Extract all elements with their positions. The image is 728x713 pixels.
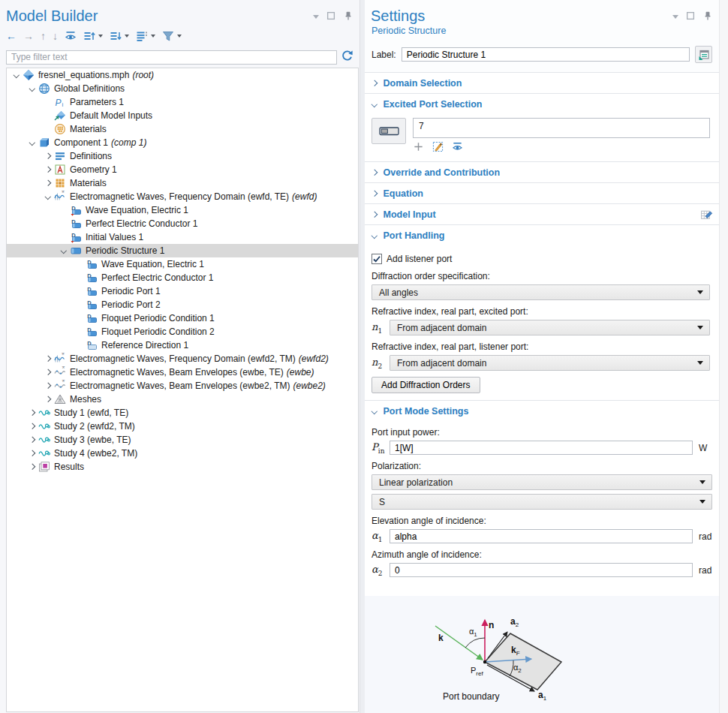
collapse-chevron-icon[interactable] bbox=[26, 424, 38, 429]
excited-port-list[interactable]: 7 bbox=[413, 118, 710, 138]
tree-item[interactable]: PiParameters 1 bbox=[7, 95, 358, 109]
tree-item[interactable]: DPeriodic Port 1 bbox=[7, 284, 358, 298]
show-icon[interactable] bbox=[65, 30, 77, 42]
tree-item[interactable]: *Electromagnetic Waves, Beam Envelopes (… bbox=[7, 366, 358, 379]
collapse-chevron-icon[interactable] bbox=[41, 397, 54, 402]
move-up-icon[interactable]: ↑ bbox=[41, 31, 46, 41]
diffraction-order-select[interactable]: All angles bbox=[372, 284, 710, 300]
tree-item[interactable]: Meshes bbox=[7, 393, 358, 406]
tree-item[interactable]: Materials bbox=[7, 122, 358, 136]
refresh-icon[interactable] bbox=[341, 50, 353, 65]
physics-ewbe-icon: * bbox=[54, 380, 66, 392]
filter-input[interactable] bbox=[6, 50, 337, 65]
sort-descending-icon[interactable] bbox=[110, 30, 129, 42]
collapse-chevron-icon[interactable] bbox=[41, 154, 54, 158]
section-header-port-mode-settings[interactable]: Port Mode Settings bbox=[365, 401, 719, 421]
chevron-down-icon bbox=[699, 480, 705, 484]
collapse-chevron-icon[interactable] bbox=[41, 181, 54, 185]
polarization-component-select[interactable]: S bbox=[372, 494, 712, 510]
expand-chevron-icon[interactable] bbox=[41, 194, 54, 199]
collapse-chevron-icon[interactable] bbox=[26, 438, 38, 442]
tree-item[interactable]: Study 3 (ewbe, TE) bbox=[7, 433, 358, 447]
expand-chevron-icon[interactable] bbox=[26, 86, 38, 91]
tree-item[interactable]: fresnel_equations.mph(root) bbox=[7, 68, 358, 82]
float-panel-icon[interactable] bbox=[326, 11, 336, 23]
tree-item[interactable]: Results bbox=[7, 460, 358, 474]
collapse-chevron-icon[interactable] bbox=[26, 451, 38, 456]
section-header-excited-port-selection[interactable]: Excited Port Selection bbox=[365, 94, 719, 114]
pref-label: Pref bbox=[471, 666, 483, 677]
section-header-equation[interactable]: Equation bbox=[365, 183, 719, 203]
expand-chevron-icon[interactable] bbox=[10, 73, 23, 77]
model-inputs-icon bbox=[54, 110, 66, 122]
section-header-override-contribution[interactable]: Override and Contribution bbox=[365, 162, 719, 182]
collapse-chevron-icon[interactable] bbox=[41, 384, 54, 388]
tree-item[interactable]: DInitial Values 1 bbox=[7, 230, 358, 244]
expand-chevron-icon[interactable] bbox=[26, 140, 38, 145]
tree-item[interactable]: DPeriodic Port 2 bbox=[7, 298, 358, 311]
tree-item[interactable]: Global Definitions bbox=[7, 82, 358, 95]
collapse-chevron-icon[interactable] bbox=[26, 465, 38, 469]
tree-item[interactable]: Default Model Inputs bbox=[7, 109, 358, 122]
tree-item-label: Floquet Periodic Condition 1 bbox=[101, 313, 215, 323]
active-selection-toggle-button[interactable] bbox=[372, 118, 406, 144]
tree-item[interactable]: Study 1 (ewfd, TE) bbox=[7, 406, 358, 420]
tree-item-label: Perfect Electric Conductor 1 bbox=[101, 272, 213, 283]
tree-item[interactable]: *Electromagnetic Waves, Beam Envelopes (… bbox=[7, 379, 358, 393]
tree-item[interactable]: Materials bbox=[7, 176, 358, 190]
float-panel-icon[interactable] bbox=[685, 11, 696, 23]
tree-item[interactable]: *Electromagnetic Waves, Frequency Domain… bbox=[7, 352, 358, 366]
tree-item[interactable]: DReference Direction 1 bbox=[7, 338, 358, 352]
tree-item[interactable]: Component 1(comp 1) bbox=[7, 136, 358, 149]
tree-item[interactable]: Study 4 (ewbe2, TM) bbox=[7, 447, 358, 460]
n2-label: Refractive index, real part, listener po… bbox=[372, 341, 710, 352]
section-header-domain-selection[interactable]: Domain Selection bbox=[365, 73, 719, 93]
collapse-all-icon[interactable] bbox=[136, 30, 155, 42]
tree-item[interactable]: DFloquet Periodic Condition 2 bbox=[7, 325, 358, 338]
move-down-icon[interactable]: ↓ bbox=[53, 31, 58, 41]
settings-scrollbar[interactable] bbox=[719, 0, 728, 713]
polarization-select[interactable]: Linear polarization bbox=[372, 474, 712, 490]
collapse-chevron-icon[interactable] bbox=[26, 411, 38, 415]
azimuth-angle-input[interactable] bbox=[390, 563, 693, 577]
pin-panel-icon[interactable] bbox=[702, 11, 713, 23]
tree-item[interactable]: Study 2 (ewfd2, TM) bbox=[7, 420, 358, 433]
add-listener-port-checkbox[interactable] bbox=[372, 254, 382, 264]
section-title: Model Input bbox=[384, 209, 436, 220]
sort-ascending-icon[interactable] bbox=[83, 30, 103, 42]
back-icon[interactable]: ← bbox=[6, 31, 17, 41]
show-selection-icon[interactable] bbox=[452, 141, 463, 155]
tree-item[interactable]: Geometry 1 bbox=[7, 163, 358, 176]
add-diffraction-orders-button[interactable]: Add Diffraction Orders bbox=[372, 377, 480, 393]
elevation-angle-input[interactable] bbox=[390, 529, 693, 543]
tree-item[interactable]: Periodic Structure 1 bbox=[7, 244, 358, 257]
show-label-button[interactable] bbox=[695, 46, 712, 63]
pin-panel-icon[interactable] bbox=[343, 11, 353, 23]
expand-chevron-icon[interactable] bbox=[57, 248, 70, 253]
collapse-chevron-icon[interactable] bbox=[41, 356, 54, 361]
tree-item[interactable]: DWave Equation, Electric 1 bbox=[7, 257, 358, 271]
tree-item-label: Periodic Port 2 bbox=[101, 299, 161, 310]
collapse-chevron-icon[interactable] bbox=[41, 370, 54, 375]
tree-item[interactable]: Definitions bbox=[7, 149, 358, 163]
section-header-model-input[interactable]: Model Input bbox=[365, 204, 719, 224]
add-icon[interactable] bbox=[413, 141, 424, 155]
n1-select[interactable]: From adjacent domain bbox=[390, 320, 710, 335]
create-selection-icon[interactable] bbox=[432, 141, 444, 155]
panel-menu-caret-icon[interactable] bbox=[313, 15, 319, 19]
section-header-port-handling[interactable]: Port Handling bbox=[365, 225, 719, 245]
forward-icon[interactable]: → bbox=[23, 31, 34, 41]
panel-menu-caret-icon[interactable] bbox=[672, 15, 678, 19]
tree-item[interactable]: DWave Equation, Electric 1 bbox=[7, 203, 358, 217]
tree-item[interactable]: DFloquet Periodic Condition 1 bbox=[7, 311, 358, 325]
collapse-chevron-icon[interactable] bbox=[41, 167, 54, 172]
filter-icon[interactable] bbox=[162, 30, 182, 42]
tree-item-label: Definitions bbox=[70, 151, 112, 161]
tree-item[interactable]: *Electromagnetic Waves, Frequency Domain… bbox=[7, 190, 358, 203]
tree-item[interactable]: DPerfect Electric Conductor 1 bbox=[7, 271, 358, 284]
tree-item[interactable]: DPerfect Electric Conductor 1 bbox=[7, 217, 358, 230]
n2-select[interactable]: From adjacent domain bbox=[390, 355, 710, 371]
label-input[interactable] bbox=[402, 47, 690, 62]
port-input-power-input[interactable] bbox=[390, 441, 693, 455]
edit-model-input-icon[interactable] bbox=[700, 208, 713, 221]
